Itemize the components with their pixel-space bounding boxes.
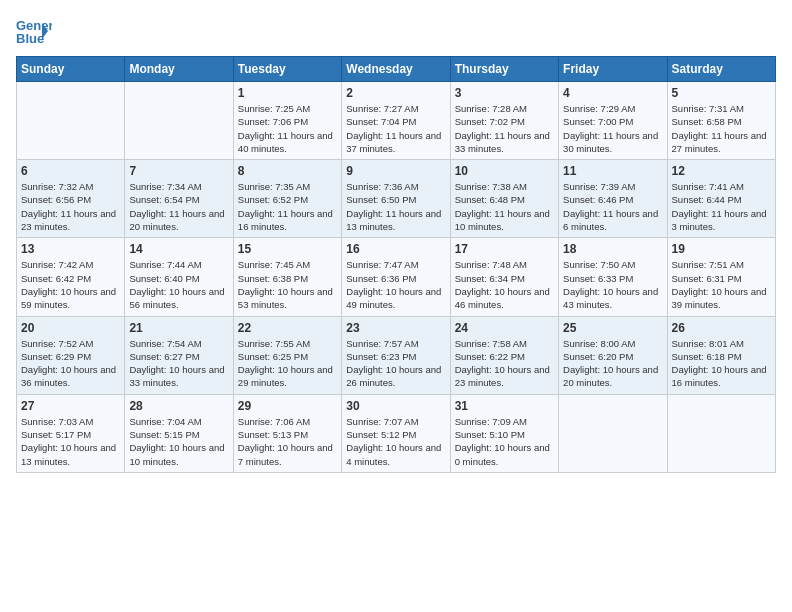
calendar-week-row: 13Sunrise: 7:42 AM Sunset: 6:42 PM Dayli… (17, 238, 776, 316)
weekday-header: Friday (559, 57, 667, 82)
calendar-cell (559, 394, 667, 472)
day-number: 31 (455, 399, 554, 413)
day-detail: Sunrise: 7:34 AM Sunset: 6:54 PM Dayligh… (129, 180, 228, 233)
day-detail: Sunrise: 8:01 AM Sunset: 6:18 PM Dayligh… (672, 337, 771, 390)
calendar-cell: 7Sunrise: 7:34 AM Sunset: 6:54 PM Daylig… (125, 160, 233, 238)
calendar-cell: 4Sunrise: 7:29 AM Sunset: 7:00 PM Daylig… (559, 82, 667, 160)
day-number: 28 (129, 399, 228, 413)
day-number: 22 (238, 321, 337, 335)
calendar-cell (17, 82, 125, 160)
day-detail: Sunrise: 7:54 AM Sunset: 6:27 PM Dayligh… (129, 337, 228, 390)
calendar-cell (667, 394, 775, 472)
calendar-cell: 26Sunrise: 8:01 AM Sunset: 6:18 PM Dayli… (667, 316, 775, 394)
day-number: 7 (129, 164, 228, 178)
calendar-cell: 8Sunrise: 7:35 AM Sunset: 6:52 PM Daylig… (233, 160, 341, 238)
day-number: 23 (346, 321, 445, 335)
calendar-table: SundayMondayTuesdayWednesdayThursdayFrid… (16, 56, 776, 473)
day-detail: Sunrise: 7:36 AM Sunset: 6:50 PM Dayligh… (346, 180, 445, 233)
calendar-cell: 15Sunrise: 7:45 AM Sunset: 6:38 PM Dayli… (233, 238, 341, 316)
day-detail: Sunrise: 7:51 AM Sunset: 6:31 PM Dayligh… (672, 258, 771, 311)
day-number: 15 (238, 242, 337, 256)
calendar-cell: 3Sunrise: 7:28 AM Sunset: 7:02 PM Daylig… (450, 82, 558, 160)
day-detail: Sunrise: 7:48 AM Sunset: 6:34 PM Dayligh… (455, 258, 554, 311)
calendar-cell: 11Sunrise: 7:39 AM Sunset: 6:46 PM Dayli… (559, 160, 667, 238)
day-number: 14 (129, 242, 228, 256)
page-header: General Blue (16, 16, 776, 46)
weekday-header: Tuesday (233, 57, 341, 82)
calendar-cell: 20Sunrise: 7:52 AM Sunset: 6:29 PM Dayli… (17, 316, 125, 394)
calendar-cell: 21Sunrise: 7:54 AM Sunset: 6:27 PM Dayli… (125, 316, 233, 394)
calendar-week-row: 6Sunrise: 7:32 AM Sunset: 6:56 PM Daylig… (17, 160, 776, 238)
day-detail: Sunrise: 7:47 AM Sunset: 6:36 PM Dayligh… (346, 258, 445, 311)
day-number: 1 (238, 86, 337, 100)
day-detail: Sunrise: 7:57 AM Sunset: 6:23 PM Dayligh… (346, 337, 445, 390)
calendar-cell: 5Sunrise: 7:31 AM Sunset: 6:58 PM Daylig… (667, 82, 775, 160)
calendar-cell: 13Sunrise: 7:42 AM Sunset: 6:42 PM Dayli… (17, 238, 125, 316)
calendar-cell: 6Sunrise: 7:32 AM Sunset: 6:56 PM Daylig… (17, 160, 125, 238)
day-number: 18 (563, 242, 662, 256)
day-number: 17 (455, 242, 554, 256)
day-number: 26 (672, 321, 771, 335)
calendar-cell: 24Sunrise: 7:58 AM Sunset: 6:22 PM Dayli… (450, 316, 558, 394)
day-detail: Sunrise: 7:44 AM Sunset: 6:40 PM Dayligh… (129, 258, 228, 311)
calendar-cell: 29Sunrise: 7:06 AM Sunset: 5:13 PM Dayli… (233, 394, 341, 472)
calendar-cell: 16Sunrise: 7:47 AM Sunset: 6:36 PM Dayli… (342, 238, 450, 316)
calendar-cell (125, 82, 233, 160)
day-detail: Sunrise: 7:52 AM Sunset: 6:29 PM Dayligh… (21, 337, 120, 390)
logo: General Blue (16, 16, 60, 46)
weekday-header: Sunday (17, 57, 125, 82)
weekday-header: Monday (125, 57, 233, 82)
day-number: 9 (346, 164, 445, 178)
calendar-header-row: SundayMondayTuesdayWednesdayThursdayFrid… (17, 57, 776, 82)
day-detail: Sunrise: 7:35 AM Sunset: 6:52 PM Dayligh… (238, 180, 337, 233)
day-number: 24 (455, 321, 554, 335)
calendar-cell: 9Sunrise: 7:36 AM Sunset: 6:50 PM Daylig… (342, 160, 450, 238)
calendar-cell: 1Sunrise: 7:25 AM Sunset: 7:06 PM Daylig… (233, 82, 341, 160)
day-number: 16 (346, 242, 445, 256)
day-detail: Sunrise: 7:42 AM Sunset: 6:42 PM Dayligh… (21, 258, 120, 311)
day-detail: Sunrise: 7:45 AM Sunset: 6:38 PM Dayligh… (238, 258, 337, 311)
day-detail: Sunrise: 7:28 AM Sunset: 7:02 PM Dayligh… (455, 102, 554, 155)
day-number: 29 (238, 399, 337, 413)
day-detail: Sunrise: 7:25 AM Sunset: 7:06 PM Dayligh… (238, 102, 337, 155)
calendar-cell: 22Sunrise: 7:55 AM Sunset: 6:25 PM Dayli… (233, 316, 341, 394)
day-detail: Sunrise: 7:55 AM Sunset: 6:25 PM Dayligh… (238, 337, 337, 390)
day-number: 21 (129, 321, 228, 335)
weekday-header: Thursday (450, 57, 558, 82)
day-detail: Sunrise: 7:58 AM Sunset: 6:22 PM Dayligh… (455, 337, 554, 390)
calendar-cell: 17Sunrise: 7:48 AM Sunset: 6:34 PM Dayli… (450, 238, 558, 316)
calendar-cell: 14Sunrise: 7:44 AM Sunset: 6:40 PM Dayli… (125, 238, 233, 316)
day-number: 5 (672, 86, 771, 100)
day-detail: Sunrise: 7:41 AM Sunset: 6:44 PM Dayligh… (672, 180, 771, 233)
calendar-cell: 31Sunrise: 7:09 AM Sunset: 5:10 PM Dayli… (450, 394, 558, 472)
day-detail: Sunrise: 8:00 AM Sunset: 6:20 PM Dayligh… (563, 337, 662, 390)
svg-text:Blue: Blue (16, 31, 44, 46)
day-detail: Sunrise: 7:03 AM Sunset: 5:17 PM Dayligh… (21, 415, 120, 468)
calendar-cell: 25Sunrise: 8:00 AM Sunset: 6:20 PM Dayli… (559, 316, 667, 394)
calendar-cell: 12Sunrise: 7:41 AM Sunset: 6:44 PM Dayli… (667, 160, 775, 238)
day-number: 3 (455, 86, 554, 100)
day-number: 2 (346, 86, 445, 100)
day-number: 10 (455, 164, 554, 178)
calendar-cell: 28Sunrise: 7:04 AM Sunset: 5:15 PM Dayli… (125, 394, 233, 472)
calendar-week-row: 27Sunrise: 7:03 AM Sunset: 5:17 PM Dayli… (17, 394, 776, 472)
day-number: 25 (563, 321, 662, 335)
calendar-cell: 19Sunrise: 7:51 AM Sunset: 6:31 PM Dayli… (667, 238, 775, 316)
day-detail: Sunrise: 7:31 AM Sunset: 6:58 PM Dayligh… (672, 102, 771, 155)
day-detail: Sunrise: 7:38 AM Sunset: 6:48 PM Dayligh… (455, 180, 554, 233)
calendar-cell: 18Sunrise: 7:50 AM Sunset: 6:33 PM Dayli… (559, 238, 667, 316)
day-detail: Sunrise: 7:27 AM Sunset: 7:04 PM Dayligh… (346, 102, 445, 155)
weekday-header: Saturday (667, 57, 775, 82)
calendar-cell: 23Sunrise: 7:57 AM Sunset: 6:23 PM Dayli… (342, 316, 450, 394)
day-number: 13 (21, 242, 120, 256)
day-number: 12 (672, 164, 771, 178)
day-detail: Sunrise: 7:32 AM Sunset: 6:56 PM Dayligh… (21, 180, 120, 233)
day-detail: Sunrise: 7:06 AM Sunset: 5:13 PM Dayligh… (238, 415, 337, 468)
day-number: 6 (21, 164, 120, 178)
weekday-header: Wednesday (342, 57, 450, 82)
calendar-week-row: 1Sunrise: 7:25 AM Sunset: 7:06 PM Daylig… (17, 82, 776, 160)
day-detail: Sunrise: 7:09 AM Sunset: 5:10 PM Dayligh… (455, 415, 554, 468)
calendar-cell: 2Sunrise: 7:27 AM Sunset: 7:04 PM Daylig… (342, 82, 450, 160)
day-number: 8 (238, 164, 337, 178)
day-detail: Sunrise: 7:07 AM Sunset: 5:12 PM Dayligh… (346, 415, 445, 468)
